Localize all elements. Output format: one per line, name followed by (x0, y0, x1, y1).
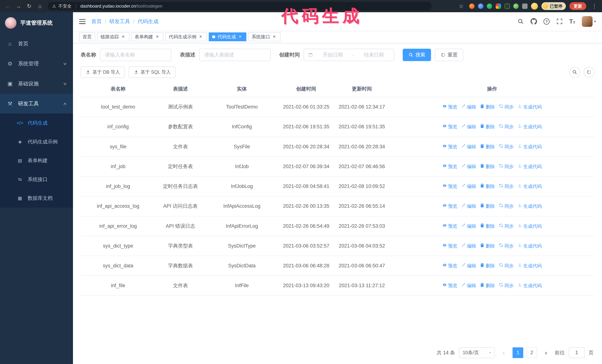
delete-action[interactable]: 删除 (480, 163, 495, 170)
sync-action[interactable]: 同步 (499, 103, 514, 111)
tab-system-api[interactable]: 系统接口× (248, 32, 280, 41)
browser-menu-icon[interactable]: ⋮ (590, 1, 599, 11)
page-button-2[interactable]: 2 (527, 347, 537, 358)
extension-icon[interactable] (487, 3, 492, 9)
delete-action[interactable]: 删除 (480, 203, 495, 210)
preview-action[interactable]: 预览 (442, 242, 457, 250)
generate-code-action[interactable]: 生成代码 (517, 143, 542, 151)
breadcrumb-item[interactable]: 首页 (91, 18, 102, 25)
delete-action[interactable]: 删除 (480, 242, 495, 250)
extension-icon[interactable] (505, 3, 510, 9)
generate-code-action[interactable]: 生成代码 (517, 203, 542, 210)
fullscreen-icon[interactable] (556, 18, 563, 25)
delete-action[interactable]: 删除 (480, 143, 495, 151)
update-button[interactable]: 更新 (570, 2, 586, 10)
sidebar-item-infra[interactable]: ▣基础设施∨ (0, 74, 73, 94)
sync-action[interactable]: 同步 (499, 262, 514, 270)
sidebar-item-devtools[interactable]: ⚒研发工具∧ (0, 94, 73, 114)
bookmark-star-icon[interactable]: ☆ (457, 1, 466, 11)
sync-action[interactable]: 同步 (499, 223, 514, 230)
edit-action[interactable]: 编辑 (461, 163, 476, 170)
generate-code-action[interactable]: 生成代码 (517, 223, 542, 230)
generate-code-action[interactable]: 生成代码 (517, 183, 542, 190)
sync-action[interactable]: 同步 (499, 183, 514, 190)
tab-tracer[interactable]: 链路追踪× (97, 32, 129, 41)
edit-action[interactable]: 编辑 (461, 143, 476, 151)
tab-form-builder[interactable]: 表单构建× (131, 32, 163, 41)
prev-page-button[interactable]: ‹ (499, 347, 509, 358)
next-page-button[interactable]: › (541, 347, 551, 358)
edit-action[interactable]: 编辑 (461, 262, 476, 270)
page-size-select[interactable]: 10条/页 ▾ (459, 347, 495, 358)
edit-action[interactable]: 编辑 (461, 183, 476, 190)
sync-action[interactable]: 同步 (499, 163, 514, 170)
sync-action[interactable]: 同步 (499, 203, 514, 210)
edit-action[interactable]: 编辑 (461, 242, 476, 250)
sidebar-item-codegen[interactable]: </>代码生成 (0, 114, 73, 132)
sync-action[interactable]: 同步 (499, 282, 514, 289)
edit-action[interactable]: 编辑 (461, 123, 476, 131)
preview-action[interactable]: 预览 (442, 262, 457, 270)
user-menu[interactable]: ▾ (582, 16, 596, 27)
browser-profile-avatar[interactable] (531, 3, 538, 10)
close-icon[interactable]: × (155, 34, 160, 40)
sidebar-item-form-builder[interactable]: ▤表单构建 (0, 151, 73, 170)
search-button[interactable]: 搜索 (403, 49, 431, 61)
generate-code-action[interactable]: 生成代码 (517, 262, 542, 270)
extension-icon[interactable] (478, 3, 484, 9)
table-name-input[interactable] (100, 49, 172, 61)
delete-action[interactable]: 删除 (480, 123, 495, 131)
import-sql-button[interactable]: 基于 SQL 导入 (129, 66, 176, 78)
page-button-1[interactable]: 1 (513, 347, 523, 358)
generate-code-action[interactable]: 生成代码 (517, 242, 542, 250)
hamburger-icon[interactable] (79, 19, 86, 24)
tab-codegen[interactable]: 代码生成× (209, 32, 246, 41)
preview-action[interactable]: 预览 (442, 183, 457, 190)
delete-action[interactable]: 删除 (480, 103, 495, 111)
sidebar-item-codegen-example[interactable]: ◈代码生成示例 (0, 132, 73, 151)
extensions-puzzle-icon[interactable] (522, 3, 527, 9)
preview-action[interactable]: 预览 (442, 143, 457, 151)
preview-action[interactable]: 预览 (442, 223, 457, 230)
refresh-table-button[interactable] (584, 67, 594, 78)
tab-codegen-example[interactable]: 代码生成示例× (165, 32, 207, 41)
generate-code-action[interactable]: 生成代码 (517, 282, 542, 289)
browser-home-icon[interactable]: ⌂ (35, 1, 45, 11)
preview-action[interactable]: 预览 (442, 103, 457, 111)
breadcrumb-item[interactable]: 研发工具 (109, 18, 130, 25)
extension-icon[interactable] (469, 3, 474, 9)
generate-code-action[interactable]: 生成代码 (517, 123, 542, 131)
sync-action[interactable]: 同步 (499, 123, 514, 131)
edit-action[interactable]: 编辑 (461, 203, 476, 210)
goto-page-input[interactable] (569, 347, 585, 358)
sidebar-item-system-api[interactable]: ⇆系统接口 (0, 170, 73, 189)
paused-badge[interactable]: 已暂停 (541, 2, 566, 10)
preview-action[interactable]: 预览 (442, 282, 457, 289)
reload-icon[interactable]: ↻ (25, 1, 34, 11)
preview-action[interactable]: 预览 (442, 203, 457, 210)
import-db-button[interactable]: 基于 DB 导入 (81, 66, 125, 78)
font-size-icon[interactable]: TT (569, 18, 575, 24)
date-range-picker[interactable]: 开始日期 - 结束日期 (304, 49, 394, 61)
breadcrumb-item[interactable]: 代码生成 (138, 18, 158, 25)
delete-action[interactable]: 删除 (480, 262, 495, 270)
sync-action[interactable]: 同步 (499, 242, 514, 250)
generate-code-action[interactable]: 生成代码 (517, 103, 542, 111)
edit-action[interactable]: 编辑 (461, 223, 476, 230)
github-icon[interactable] (530, 18, 537, 25)
preview-action[interactable]: 预览 (442, 123, 457, 131)
reset-button[interactable]: 重置 (435, 49, 463, 61)
app-logo[interactable]: 芋道管理系统 (0, 12, 73, 34)
address-bar[interactable]: ⚠ 不安全 dashboard.yudao.iocoder.cn/tool/co… (48, 2, 431, 10)
edit-action[interactable]: 编辑 (461, 282, 476, 289)
search-icon[interactable] (517, 18, 524, 25)
close-icon[interactable]: × (121, 34, 126, 40)
preview-action[interactable]: 预览 (442, 163, 457, 170)
delete-action[interactable]: 删除 (480, 282, 495, 289)
help-icon[interactable]: ? (543, 18, 549, 24)
sidebar-item-db-doc[interactable]: ▦数据库文档 (0, 189, 73, 208)
forward-icon[interactable]: → (14, 1, 23, 11)
close-icon[interactable]: × (237, 34, 243, 40)
close-icon[interactable]: × (271, 34, 277, 40)
extension-icon[interactable] (513, 3, 519, 9)
